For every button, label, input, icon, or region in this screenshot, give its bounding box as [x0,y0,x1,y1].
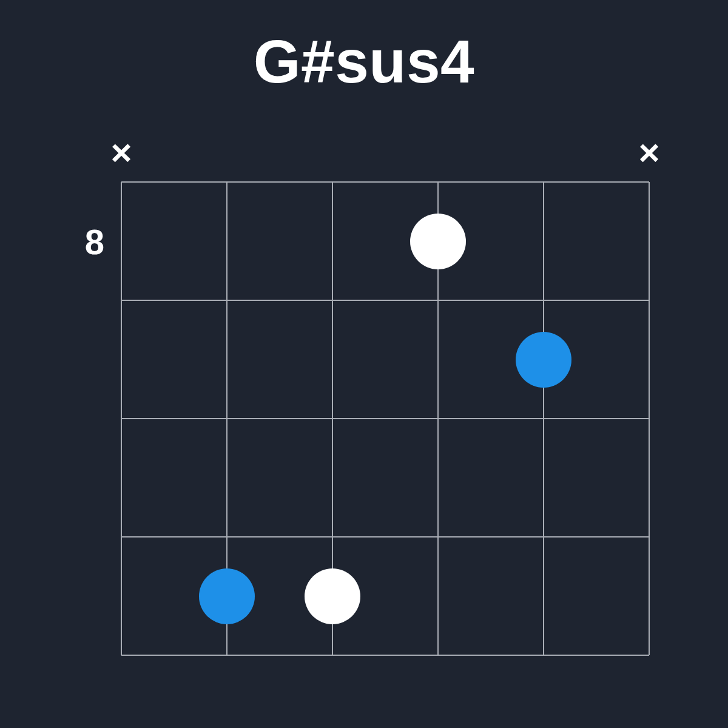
root-dot [199,568,255,624]
starting-fret-label: 8 [85,221,121,261]
root-dot [516,332,571,388]
chord-name: G#sus4 [0,27,728,96]
note-dot [410,214,466,269]
chord-diagram: G#sus4 8 ×× [0,0,728,728]
mute-icon: × [638,135,659,171]
mute-icon: × [110,135,132,171]
fretboard-grid [120,181,650,656]
note-dot [305,568,360,624]
